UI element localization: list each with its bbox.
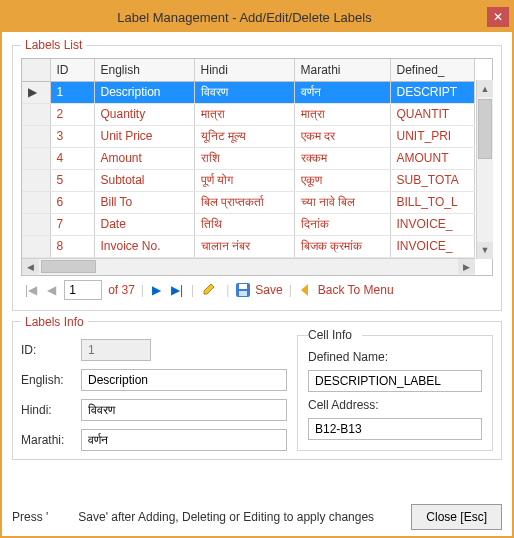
cell[interactable]: एकम दर: [294, 125, 390, 147]
cell[interactable]: 5: [50, 169, 94, 191]
row-indicator[interactable]: [22, 191, 50, 213]
save-label: Save: [255, 283, 282, 297]
nav-prev-icon[interactable]: ◀: [45, 283, 58, 297]
cell[interactable]: SUB_TOTA: [390, 169, 475, 191]
table-row[interactable]: ▶1Descriptionविवरणवर्णनDESCRIPT: [22, 81, 475, 103]
nav-last-icon[interactable]: ▶|: [169, 283, 185, 297]
cell[interactable]: 4: [50, 147, 94, 169]
cell[interactable]: तिथि: [194, 213, 294, 235]
row-indicator[interactable]: [22, 147, 50, 169]
hscroll-track[interactable]: [39, 259, 458, 274]
cell[interactable]: 7: [50, 213, 94, 235]
vscroll-thumb[interactable]: [478, 99, 492, 159]
cell[interactable]: Date: [94, 213, 194, 235]
rowheader-col: [22, 59, 50, 81]
cell[interactable]: 1: [50, 81, 94, 103]
nav-first-icon[interactable]: |◀: [23, 283, 39, 297]
vertical-scrollbar[interactable]: ▲ ▼: [476, 80, 493, 259]
cell[interactable]: पूर्ण योग: [194, 169, 294, 191]
cell[interactable]: च्या नावे बिल: [294, 191, 390, 213]
grid[interactable]: ID English Hindi Marathi Defined_ ▶1Desc…: [21, 58, 493, 276]
cell[interactable]: बिजक क्रमांक: [294, 235, 390, 257]
table-row[interactable]: 7DateतिथिदिनांकINVOICE_: [22, 213, 475, 235]
cell[interactable]: Subtotal: [94, 169, 194, 191]
defined-name-field[interactable]: [308, 370, 482, 392]
grid-header-row: ID English Hindi Marathi Defined_: [22, 59, 475, 81]
hscroll-thumb[interactable]: [41, 260, 96, 273]
cell[interactable]: रक्कम: [294, 147, 390, 169]
cell[interactable]: विवरण: [194, 81, 294, 103]
cell[interactable]: Amount: [94, 147, 194, 169]
close-button[interactable]: Close [Esc]: [411, 504, 502, 530]
edit-icon[interactable]: [200, 280, 220, 299]
col-hindi[interactable]: Hindi: [194, 59, 294, 81]
close-icon[interactable]: ✕: [487, 7, 509, 27]
col-id[interactable]: ID: [50, 59, 94, 81]
scroll-right-icon[interactable]: ▶: [458, 259, 475, 274]
scroll-down-icon[interactable]: ▼: [477, 242, 493, 259]
cell[interactable]: Invoice No.: [94, 235, 194, 257]
cell[interactable]: 6: [50, 191, 94, 213]
cell[interactable]: मात्रा: [194, 103, 294, 125]
cell[interactable]: Unit Price: [94, 125, 194, 147]
cell[interactable]: वर्णन: [294, 81, 390, 103]
row-indicator[interactable]: ▶: [22, 81, 50, 103]
nav-page-input[interactable]: [64, 280, 102, 300]
cell[interactable]: BILL_TO_L: [390, 191, 475, 213]
cell[interactable]: Quantity: [94, 103, 194, 125]
cell-address-label: Cell Address:: [308, 398, 482, 412]
col-defined[interactable]: Defined_: [390, 59, 475, 81]
cell[interactable]: दिनांक: [294, 213, 390, 235]
english-field[interactable]: [81, 369, 287, 391]
cell[interactable]: QUANTIT: [390, 103, 475, 125]
hindi-field[interactable]: [81, 399, 287, 421]
back-to-menu-button[interactable]: Back To Menu: [298, 282, 394, 298]
cell[interactable]: मात्रा: [294, 103, 390, 125]
cell-address-field[interactable]: [308, 418, 482, 440]
cell[interactable]: 8: [50, 235, 94, 257]
defined-name-label: Defined Name:: [308, 350, 482, 364]
table-row[interactable]: 6Bill Toबिल प्राप्तकर्ताच्या नावे बिलBIL…: [22, 191, 475, 213]
english-label: English:: [21, 373, 75, 387]
nav-next-icon[interactable]: ▶: [150, 283, 163, 297]
row-indicator[interactable]: [22, 213, 50, 235]
window: Label Management - Add/Edit/Delete Label…: [0, 0, 514, 538]
marathi-field[interactable]: [81, 429, 287, 451]
col-marathi[interactable]: Marathi: [294, 59, 390, 81]
cell[interactable]: राशि: [194, 147, 294, 169]
table-row[interactable]: 4Amountराशिरक्कमAMOUNT: [22, 147, 475, 169]
cell[interactable]: यूनिट मूल्य: [194, 125, 294, 147]
cell[interactable]: चालान नंबर: [194, 235, 294, 257]
scroll-up-icon[interactable]: ▲: [477, 80, 493, 97]
table-row[interactable]: 3Unit Priceयूनिट मूल्यएकम दरUNIT_PRI: [22, 125, 475, 147]
cell[interactable]: AMOUNT: [390, 147, 475, 169]
cell[interactable]: 2: [50, 103, 94, 125]
vscroll-track[interactable]: [477, 97, 493, 242]
table-row[interactable]: 8Invoice No.चालान नंबरबिजक क्रमांकINVOIC…: [22, 235, 475, 257]
horizontal-scrollbar[interactable]: ◀ ▶: [22, 258, 475, 275]
cell[interactable]: DESCRIPT: [390, 81, 475, 103]
cell[interactable]: INVOICE_: [390, 235, 475, 257]
cell[interactable]: बिल प्राप्तकर्ता: [194, 191, 294, 213]
footer-hint: Press ' Save' after Adding, Deleting or …: [12, 510, 403, 524]
cell[interactable]: 3: [50, 125, 94, 147]
nav-of-label: of 37: [108, 283, 135, 297]
scroll-left-icon[interactable]: ◀: [22, 259, 39, 274]
labels-info-legend: Labels Info: [21, 315, 88, 329]
svg-rect-1: [239, 284, 247, 289]
id-label: ID:: [21, 343, 75, 357]
table-row[interactable]: 2Quantityमात्रामात्राQUANTIT: [22, 103, 475, 125]
row-indicator[interactable]: [22, 169, 50, 191]
cell[interactable]: INVOICE_: [390, 213, 475, 235]
cell[interactable]: Bill To: [94, 191, 194, 213]
cell[interactable]: Description: [94, 81, 194, 103]
col-english[interactable]: English: [94, 59, 194, 81]
cell-info-legend: Cell Info: [308, 328, 362, 342]
cell[interactable]: UNIT_PRI: [390, 125, 475, 147]
cell[interactable]: एकूण: [294, 169, 390, 191]
row-indicator[interactable]: [22, 125, 50, 147]
table-row[interactable]: 5Subtotalपूर्ण योगएकूणSUB_TOTA: [22, 169, 475, 191]
row-indicator[interactable]: [22, 235, 50, 257]
row-indicator[interactable]: [22, 103, 50, 125]
save-button[interactable]: Save: [235, 282, 282, 298]
